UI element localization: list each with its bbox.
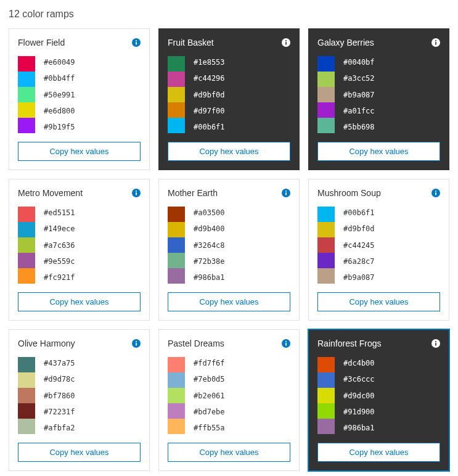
copy-hex-button[interactable]: Copy hex values bbox=[317, 142, 440, 161]
ramp-card[interactable]: Pastel Dreams#fd7f6f#7eb0d5#b2e061#bd7eb… bbox=[158, 329, 300, 471]
svg-rect-1 bbox=[136, 42, 137, 44]
hex-value: #6a28c7 bbox=[343, 258, 375, 265]
ramp-body: #fd7f6f#7eb0d5#b2e061#bd7ebe#ffb55a bbox=[168, 357, 290, 434]
hex-value: #d9dc00 bbox=[343, 392, 375, 400]
ramp-segment bbox=[18, 388, 35, 403]
ramp-segment bbox=[317, 207, 335, 222]
ramp-segment bbox=[168, 403, 185, 419]
hex-value: #3c6ccc bbox=[343, 375, 375, 383]
info-icon[interactable] bbox=[431, 339, 440, 348]
ramp-bar bbox=[317, 56, 335, 133]
copy-hex-button[interactable]: Copy hex values bbox=[317, 443, 440, 462]
ramp-segment bbox=[317, 237, 335, 253]
ramp-card[interactable]: Galaxy Berries#0040bf#a3cc52#b9a087#a01f… bbox=[308, 28, 449, 170]
ramp-bar bbox=[168, 207, 185, 284]
svg-point-23 bbox=[285, 341, 287, 342]
svg-point-5 bbox=[285, 40, 287, 41]
info-icon[interactable] bbox=[431, 189, 440, 197]
ramp-card[interactable]: Mother Earth#a03500#d9b400#3264c8#72b38e… bbox=[158, 179, 300, 321]
hex-value: #ed5151 bbox=[44, 209, 75, 216]
ramp-card[interactable]: Fruit Basket#1e8553#c44296#d9bf0d#d97f00… bbox=[158, 28, 300, 170]
card-header: Olive Harmony bbox=[18, 339, 141, 348]
ramp-grid: Flower Field#e60049#0bb4ff#50e991#e6d800… bbox=[9, 28, 449, 471]
info-icon[interactable] bbox=[132, 38, 141, 47]
svg-point-14 bbox=[285, 191, 287, 192]
info-icon[interactable] bbox=[282, 38, 290, 47]
svg-point-20 bbox=[136, 341, 137, 342]
copy-hex-button[interactable]: Copy hex values bbox=[168, 292, 290, 311]
info-icon[interactable] bbox=[132, 189, 141, 197]
ramp-segment bbox=[168, 357, 185, 372]
hex-value: #3264c8 bbox=[194, 242, 225, 249]
hex-value: #d9b400 bbox=[194, 225, 225, 232]
ramp-segment bbox=[317, 403, 335, 419]
svg-rect-25 bbox=[435, 343, 436, 345]
page-title: 12 color ramps bbox=[9, 9, 449, 20]
ramp-segment bbox=[317, 56, 335, 72]
ramp-card[interactable]: Mushroom Soup#00b6f1#d9bf0d#c44245#6a28c… bbox=[308, 179, 449, 321]
ramp-body: #dc4b00#3c6ccc#d9dc00#91d900#986ba1 bbox=[317, 357, 440, 434]
copy-hex-button[interactable]: Copy hex values bbox=[168, 142, 290, 161]
ramp-bar bbox=[317, 207, 335, 284]
ramp-card[interactable]: Metro Movement#ed5151#149ece#a7c636#9e55… bbox=[9, 179, 150, 321]
hex-value: #b9a087 bbox=[343, 91, 375, 99]
hex-value: #c44245 bbox=[343, 242, 375, 249]
svg-rect-10 bbox=[136, 192, 137, 195]
hex-value: #a01fcc bbox=[343, 107, 375, 115]
ramp-card[interactable]: Flower Field#e60049#0bb4ff#50e991#e6d800… bbox=[9, 28, 150, 170]
copy-hex-button[interactable]: Copy hex values bbox=[18, 142, 141, 161]
card-header: Flower Field bbox=[18, 38, 141, 47]
copy-hex-button[interactable]: Copy hex values bbox=[317, 292, 440, 311]
info-icon[interactable] bbox=[282, 189, 290, 197]
ramp-segment bbox=[18, 268, 35, 284]
hex-value: #e6d800 bbox=[44, 107, 75, 115]
info-icon[interactable] bbox=[431, 38, 440, 47]
hex-value: #72231f bbox=[44, 408, 75, 416]
card-header: Mother Earth bbox=[168, 188, 290, 198]
ramp-card[interactable]: Rainforest Frogs#dc4b00#3c6ccc#d9dc00#91… bbox=[308, 329, 449, 471]
ramp-segment bbox=[18, 222, 35, 237]
ramp-segment bbox=[168, 118, 185, 133]
hex-value: #0bb4ff bbox=[44, 75, 75, 82]
hex-value: #c44296 bbox=[194, 75, 225, 82]
ramp-segment bbox=[168, 72, 185, 87]
hex-value: #72b38e bbox=[194, 258, 225, 265]
hex-list: #0040bf#a3cc52#b9a087#a01fcc#5bb698 bbox=[343, 56, 375, 133]
ramp-segment bbox=[317, 72, 335, 87]
card-header: Fruit Basket bbox=[168, 38, 290, 47]
ramp-segment bbox=[168, 102, 185, 118]
hex-list: #ed5151#149ece#a7c636#9e559c#fc921f bbox=[44, 207, 75, 284]
svg-point-8 bbox=[435, 40, 436, 41]
hex-value: #fc921f bbox=[44, 274, 75, 281]
ramp-bar bbox=[317, 357, 335, 434]
ramp-body: #ed5151#149ece#a7c636#9e559c#fc921f bbox=[18, 207, 141, 284]
ramp-segment bbox=[317, 222, 335, 237]
ramp-segment bbox=[317, 268, 335, 284]
hex-list: #fd7f6f#7eb0d5#b2e061#bd7ebe#ffb55a bbox=[194, 357, 225, 434]
hex-value: #0040bf bbox=[343, 59, 375, 66]
ramp-bar bbox=[18, 207, 35, 284]
ramp-bar bbox=[168, 56, 185, 133]
ramp-title: Rainforest Frogs bbox=[317, 339, 381, 348]
copy-hex-button[interactable]: Copy hex values bbox=[18, 443, 141, 462]
hex-value: #9b19f5 bbox=[44, 123, 75, 131]
copy-hex-button[interactable]: Copy hex values bbox=[18, 292, 141, 311]
info-icon[interactable] bbox=[282, 339, 290, 348]
hex-value: #b9a087 bbox=[343, 274, 375, 281]
hex-value: #bf7860 bbox=[44, 392, 75, 400]
hex-value: #9e559c bbox=[44, 258, 75, 265]
svg-point-11 bbox=[136, 191, 137, 192]
ramp-segment bbox=[18, 87, 35, 102]
ramp-segment bbox=[317, 102, 335, 118]
hex-value: #b2e061 bbox=[194, 392, 225, 400]
ramp-bar bbox=[18, 357, 35, 434]
ramp-bar bbox=[18, 56, 35, 133]
hex-value: #986ba1 bbox=[343, 424, 375, 432]
copy-hex-button[interactable]: Copy hex values bbox=[168, 443, 290, 462]
ramp-card[interactable]: Olive Harmony#437a75#d9d78c#bf7860#72231… bbox=[9, 329, 150, 471]
info-icon[interactable] bbox=[132, 339, 141, 348]
ramp-body: #00b6f1#d9bf0d#c44245#6a28c7#b9a087 bbox=[317, 207, 440, 284]
hex-value: #a3cc52 bbox=[343, 75, 375, 82]
svg-rect-13 bbox=[285, 192, 287, 195]
ramp-segment bbox=[168, 237, 185, 253]
